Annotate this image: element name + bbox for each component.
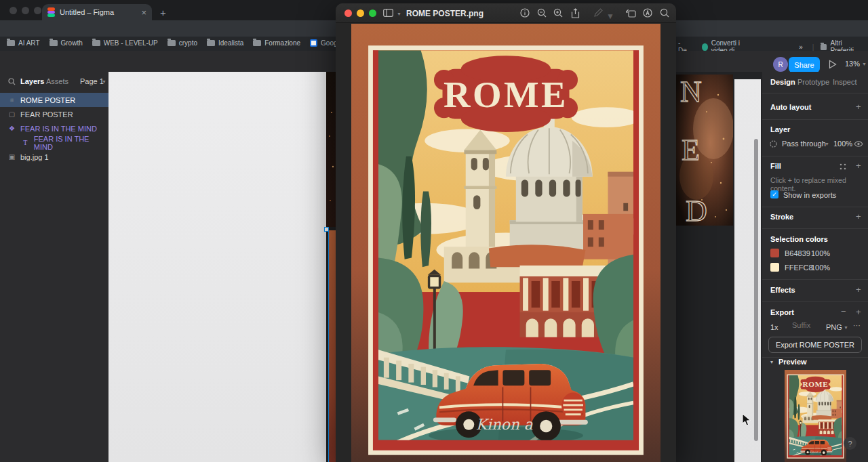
folder-icon	[167, 40, 176, 46]
color-swatch-red[interactable]	[770, 249, 779, 257]
export-scale[interactable]: 1x	[770, 323, 778, 331]
rome-poster-image: Kinon a ROME	[351, 24, 660, 462]
zoom-in-icon[interactable]	[553, 8, 563, 18]
markup-toolbar-icon[interactable]	[643, 8, 652, 18]
rotate-icon[interactable]	[626, 8, 636, 18]
bookmark-folder[interactable]: Growth	[50, 39, 83, 47]
blend-chevron-icon[interactable]: ▼	[825, 142, 829, 146]
help-button[interactable]: ?	[844, 437, 856, 450]
layer-row-image[interactable]: ▣ big.jpg 1	[0, 150, 108, 164]
browser-tab[interactable]: Untitled – Figma ×	[42, 4, 152, 20]
color-hex[interactable]: B64839	[785, 249, 810, 257]
preview-close-button[interactable]	[344, 9, 352, 17]
folder-icon	[821, 44, 827, 50]
sidebar-toggle-icon[interactable]	[383, 9, 393, 17]
new-tab-button[interactable]: +	[160, 7, 166, 18]
format-chevron-icon[interactable]: ▼	[844, 325, 848, 330]
export-more-icon[interactable]: ⋯	[853, 321, 861, 330]
component-icon: ❖	[8, 125, 16, 132]
canvas-white-frame[interactable]	[108, 72, 326, 462]
markup-chevron-icon[interactable]: ▼	[606, 12, 614, 21]
effects-section-label: Effects	[770, 286, 795, 294]
export-remove-icon[interactable]: −	[841, 306, 846, 316]
info-icon[interactable]	[520, 8, 530, 18]
canvas-scrollbar[interactable]	[754, 139, 758, 441]
preview-minimize-button[interactable]	[357, 9, 364, 17]
stroke-section-label: Stroke	[770, 213, 793, 221]
bookmark-folder[interactable]: Idealista	[207, 39, 243, 47]
preview-zoom-button[interactable]	[369, 9, 376, 17]
bookmark-folder[interactable]: crypto	[167, 39, 197, 47]
fear-poster-fragment[interactable]: N E D	[676, 75, 733, 226]
folder-icon	[7, 40, 15, 46]
tab-layers[interactable]: Layers	[20, 77, 44, 85]
color-hex[interactable]: FFEFC8	[785, 264, 813, 272]
folder-icon	[207, 40, 215, 46]
bookmarks-overflow-chevron[interactable]: »	[799, 43, 803, 51]
search-icon[interactable]	[660, 8, 669, 18]
auto-layout-add-icon[interactable]: +	[856, 102, 861, 112]
page-chevron-icon[interactable]: ▼	[102, 79, 106, 84]
export-add-icon[interactable]: +	[856, 307, 861, 317]
user-avatar[interactable]: R	[773, 57, 788, 72]
stroke-add-icon[interactable]: +	[856, 211, 861, 222]
frame-dashed-icon: ⌗	[8, 96, 16, 104]
share-button[interactable]: Share	[789, 57, 820, 72]
window-zoom-button[interactable]	[34, 7, 41, 14]
converter-icon	[702, 43, 707, 51]
tab-prototype[interactable]: Prototype	[797, 78, 829, 86]
layer-row-fear-poster[interactable]: ▢ FEAR POSTER	[0, 107, 108, 121]
preview-window-title: ROME POSTER.png	[406, 9, 484, 18]
bookmark-folder[interactable]: Formazione	[253, 39, 300, 47]
window-minimize-button[interactable]	[22, 7, 29, 14]
window-close-button[interactable]	[9, 7, 17, 14]
color-opacity[interactable]: 100%	[811, 249, 830, 257]
fear-letter: N	[680, 75, 702, 108]
layers-panel: Layers Assets Page 1 ▼ ⌗ ROME POSTER ▢ F…	[0, 72, 108, 462]
export-preview-thumbnail	[785, 370, 846, 462]
zoom-out-icon[interactable]	[537, 8, 547, 18]
visibility-eye-icon[interactable]	[854, 141, 863, 147]
tab-inspect[interactable]: Inspect	[833, 78, 856, 86]
bookmark-folder[interactable]: AI ART	[7, 39, 40, 47]
markup-pencil-icon[interactable]	[594, 8, 603, 17]
layer-row-rome-poster[interactable]: ⌗ ROME POSTER	[0, 93, 108, 107]
blend-mode-select[interactable]: Pass through	[782, 140, 826, 148]
folder-icon	[92, 40, 100, 46]
export-format-select[interactable]: PNG	[826, 323, 842, 331]
fill-add-icon[interactable]: +	[856, 161, 861, 171]
show-in-exports-checkbox[interactable]: ✓	[770, 190, 778, 198]
bookmark-folder[interactable]: WEB - LEVEL-UP	[92, 39, 158, 47]
layer-row-text[interactable]: T FEAR IS IN THE MIND	[0, 135, 108, 150]
preview-window[interactable]: ▼ ROME POSTER.png ▼	[336, 3, 676, 462]
tab-design[interactable]: Design	[770, 78, 795, 86]
export-suffix-input[interactable]	[792, 321, 822, 329]
fill-section-label: Fill	[770, 162, 781, 170]
search-icon[interactable]	[8, 78, 16, 85]
sidebar-chevron-icon[interactable]: ▼	[397, 12, 401, 16]
effects-add-icon[interactable]: +	[856, 285, 861, 295]
preview-titlebar[interactable]: ▼ ROME POSTER.png ▼	[336, 3, 676, 23]
fill-styles-icon[interactable]	[840, 163, 846, 170]
fear-letter: E	[682, 133, 700, 167]
share-icon[interactable]	[571, 8, 580, 18]
google-calendar-icon	[310, 39, 317, 47]
page-selector[interactable]: Page 1	[80, 77, 104, 85]
figma-favicon	[47, 7, 55, 17]
color-opacity[interactable]: 100%	[811, 264, 830, 272]
zoom-level[interactable]: 13%	[845, 60, 860, 68]
zoom-chevron-icon[interactable]: ▼	[862, 62, 867, 66]
layer-name: FEAR IS IN THE MIND	[34, 135, 108, 151]
image-icon: ▣	[8, 153, 16, 161]
layer-row-component[interactable]: ❖ FEAR IS IN THE MIND	[0, 121, 108, 135]
tab-assets[interactable]: Assets	[46, 77, 68, 85]
layer-opacity-input[interactable]: 100%	[833, 140, 852, 148]
color-swatch-cream[interactable]	[770, 263, 779, 272]
layer-section-label: Layer	[770, 125, 790, 133]
preview-collapse-icon[interactable]: ▾	[770, 359, 773, 365]
blend-mode-icon[interactable]	[770, 140, 777, 148]
tab-close-icon[interactable]: ×	[141, 7, 146, 18]
present-play-icon[interactable]	[829, 60, 837, 69]
export-rome-poster-button[interactable]: Export ROME POSTER	[768, 337, 862, 353]
preview-section-label: Preview	[778, 358, 807, 366]
